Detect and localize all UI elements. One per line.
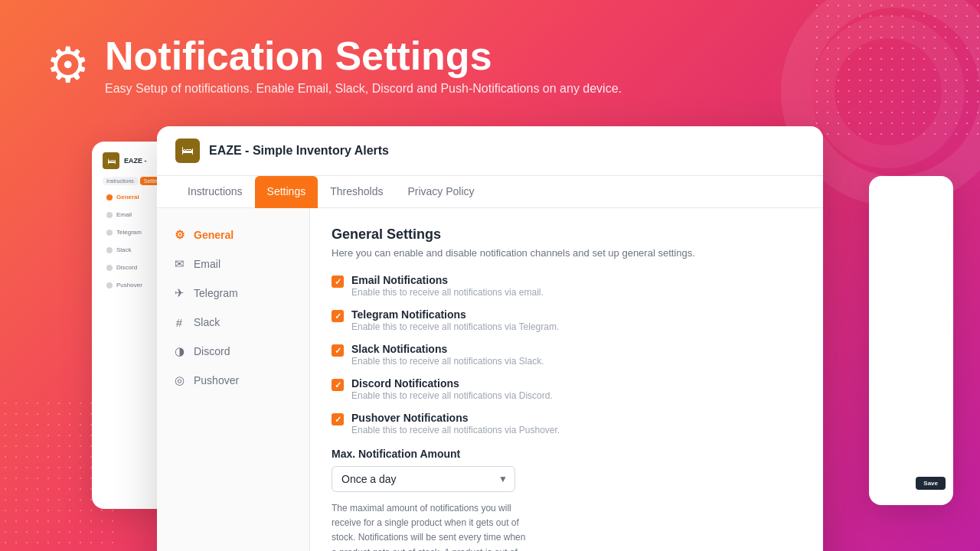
email-checkbox[interactable] (332, 276, 344, 288)
main-card-wrapper: 🛏 EAZE - Simple Inventory Alerts Instruc… (157, 126, 957, 543)
max-notif-select[interactable]: Once a day Twice a day Every time Once a… (332, 466, 515, 492)
slack-notif-text: Slack Notifications Enable this to recei… (351, 343, 544, 367)
bg-dot-slack (106, 247, 113, 253)
tab-thresholds[interactable]: Thresholds (318, 176, 395, 208)
bg-dot-email (106, 212, 113, 218)
sidebar-item-email[interactable]: ✉ Email (157, 249, 309, 279)
email-notif-label: Email Notifications (351, 274, 544, 286)
tab-instructions[interactable]: Instructions (175, 176, 255, 208)
sidebar-item-discord[interactable]: ◑ Discord (157, 337, 309, 366)
slack-notif-label: Slack Notifications (351, 343, 544, 355)
card-header: 🛏 EAZE - Simple Inventory Alerts (157, 126, 823, 176)
sidebar-label-general: General (194, 229, 234, 241)
discord-notif-desc: Enable this to receive all notifications… (351, 390, 553, 401)
bg-dot-telegram (106, 230, 113, 236)
discord-notif-label: Discord Notifications (351, 377, 553, 390)
sidebar-label-email: Email (194, 258, 220, 270)
pushover-notif-label: Pushover Notifications (351, 412, 560, 424)
bg-dot-active (106, 194, 113, 201)
sidebar-item-pushover[interactable]: ◎ Pushover (157, 366, 309, 395)
pushover-checkbox[interactable] (332, 413, 344, 425)
telegram-checkbox[interactable] (332, 310, 344, 322)
page-subtitle: Easy Setup of notifications. Enable Emai… (105, 82, 622, 96)
sidebar-label-slack: Slack (194, 316, 220, 328)
pushover-icon: ◎ (172, 373, 186, 387)
page-title: Notification Settings (105, 34, 622, 78)
max-notif-field-label: Max. Notification Amount (332, 448, 802, 460)
header-text: Notification Settings Easy Setup of noti… (105, 34, 622, 95)
discord-notifications-item: Discord Notifications Enable this to rec… (332, 377, 802, 401)
max-notif-select-wrapper: Once a day Twice a day Every time Once a… (332, 466, 515, 492)
discord-checkbox[interactable] (332, 379, 344, 391)
tab-settings[interactable]: Settings (255, 176, 318, 208)
telegram-notifications-item: Telegram Notifications Enable this to re… (332, 308, 802, 332)
sidebar-label-discord: Discord (194, 345, 230, 357)
bg-dot-pushover (106, 282, 113, 289)
decorative-dots-top-right (812, 0, 980, 138)
email-icon: ✉ (172, 257, 186, 271)
settings-content: General Settings Here you can enable and… (310, 208, 823, 551)
bg-tab-instructions: Instructions (103, 177, 138, 185)
telegram-notif-label: Telegram Notifications (351, 308, 559, 321)
pushover-notif-text: Pushover Notifications Enable this to re… (351, 412, 560, 435)
discord-notif-text: Discord Notifications Enable this to rec… (351, 377, 553, 401)
app-title: EAZE - Simple Inventory Alerts (209, 144, 389, 158)
telegram-notif-text: Telegram Notifications Enable this to re… (351, 308, 559, 332)
slack-notifications-item: Slack Notifications Enable this to recei… (332, 343, 802, 367)
nav-tabs: Instructions Settings Thresholds Privacy… (157, 176, 823, 208)
telegram-notif-desc: Enable this to receive all notifications… (351, 321, 559, 332)
sidebar-label-pushover: Pushover (194, 374, 239, 386)
section-title: General Settings (332, 227, 802, 243)
header-gear-icon: ⚙ (46, 37, 90, 93)
email-notif-text: Email Notifications Enable this to recei… (351, 274, 544, 298)
email-notifications-item: Email Notifications Enable this to recei… (332, 274, 802, 298)
slack-notif-desc: Enable this to receive all notifications… (351, 356, 544, 367)
app-logo-icon: 🛏 (175, 139, 200, 163)
bg-card-title: EAZE - (124, 157, 147, 165)
tab-privacy-policy[interactable]: Privacy Policy (395, 176, 486, 208)
card-content: ⚙ General ✉ Email ✈ Telegram # Slack ◑ (157, 208, 823, 551)
sidebar-label-telegram: Telegram (194, 287, 238, 299)
main-card: 🛏 EAZE - Simple Inventory Alerts Instruc… (157, 126, 823, 551)
sidebar-item-general[interactable]: ⚙ General (157, 220, 309, 249)
telegram-icon: ✈ (172, 286, 186, 300)
bg-dot-discord (106, 265, 113, 271)
slack-checkbox[interactable] (332, 344, 344, 357)
bg-logo-icon: 🛏 (103, 152, 119, 169)
pushover-notif-desc: Enable this to receive all notifications… (351, 425, 560, 435)
max-notif-hint: The maximal amount of notifications you … (332, 501, 531, 551)
slack-icon: # (172, 315, 186, 329)
email-notif-desc: Enable this to receive all notifications… (351, 287, 544, 298)
pushover-notifications-item: Pushover Notifications Enable this to re… (332, 412, 802, 435)
sidebar-item-telegram[interactable]: ✈ Telegram (157, 279, 309, 308)
sidebar-item-slack[interactable]: # Slack (157, 308, 309, 337)
sidebar: ⚙ General ✉ Email ✈ Telegram # Slack ◑ (157, 208, 310, 551)
section-description: Here you can enable and disable notifica… (332, 247, 802, 259)
discord-icon: ◑ (172, 344, 186, 358)
general-icon: ⚙ (172, 228, 186, 242)
